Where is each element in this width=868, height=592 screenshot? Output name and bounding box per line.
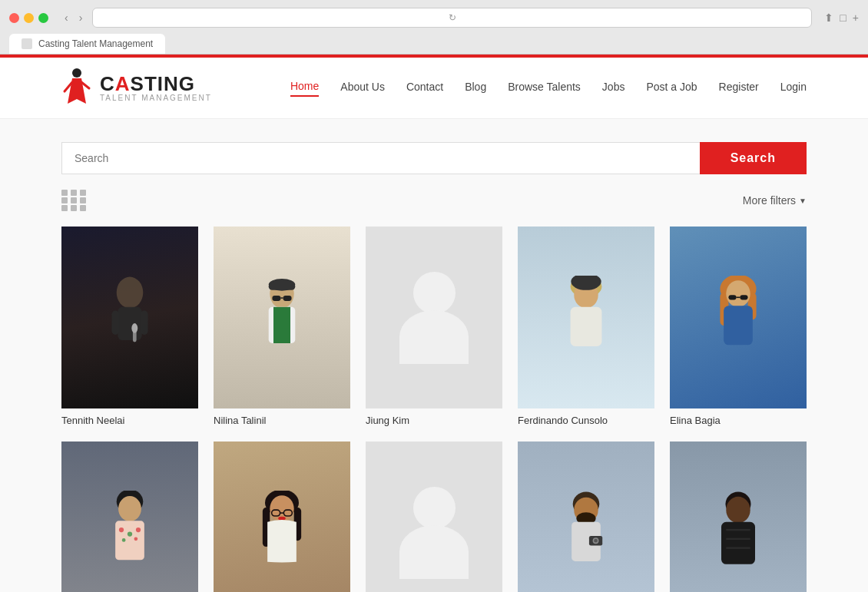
search-input[interactable] bbox=[61, 142, 700, 174]
browser-actions: ⬆ □ + bbox=[824, 12, 859, 24]
talent-silhouette bbox=[555, 276, 617, 360]
svg-point-30 bbox=[119, 528, 124, 532]
minimize-button[interactable] bbox=[24, 13, 34, 23]
address-bar[interactable]: ↻ bbox=[92, 8, 812, 28]
grid-dot bbox=[80, 205, 86, 211]
grid-dot bbox=[80, 190, 86, 196]
forward-button[interactable]: › bbox=[75, 10, 87, 25]
grid-dot bbox=[61, 190, 68, 196]
svg-rect-9 bbox=[269, 283, 296, 289]
grid-view-toggle[interactable] bbox=[61, 190, 88, 211]
svg-point-42 bbox=[278, 517, 285, 521]
talent-photo bbox=[518, 442, 654, 592]
placeholder-silhouette bbox=[399, 487, 469, 579]
svg-rect-3 bbox=[111, 310, 118, 334]
talent-card[interactable]: Tennith Neelai bbox=[61, 227, 198, 426]
nav-browse-talents[interactable]: Browse Talents bbox=[508, 81, 581, 96]
svg-point-34 bbox=[134, 537, 138, 541]
close-button[interactable] bbox=[9, 13, 19, 23]
talent-silhouette bbox=[251, 276, 313, 360]
svg-rect-29 bbox=[115, 521, 144, 560]
silhouette-head bbox=[413, 272, 456, 314]
svg-point-1 bbox=[117, 276, 144, 308]
talent-card[interactable] bbox=[214, 442, 350, 592]
silhouette-body bbox=[399, 525, 469, 579]
talent-card[interactable]: Elina Bagia bbox=[670, 227, 807, 426]
tab-favicon bbox=[22, 38, 32, 49]
back-button[interactable]: ‹ bbox=[61, 10, 72, 25]
talent-photo bbox=[214, 442, 350, 592]
svg-rect-26 bbox=[724, 306, 753, 345]
placeholder-silhouette bbox=[399, 272, 469, 364]
logo-text: CASTING TALENT MANAGEMENT bbox=[100, 74, 212, 102]
talent-card[interactable]: Ferdinando Cunsolo bbox=[518, 227, 654, 426]
more-filters-dropdown[interactable]: More filters ▼ bbox=[743, 194, 807, 207]
maximize-button[interactable] bbox=[38, 13, 48, 23]
svg-rect-52 bbox=[721, 522, 755, 564]
nav-jobs[interactable]: Jobs bbox=[602, 81, 625, 96]
svg-point-51 bbox=[726, 497, 750, 524]
site-header: CASTING TALENT MANAGEMENT Home About Us … bbox=[0, 58, 868, 119]
nav-home[interactable]: Home bbox=[290, 80, 319, 97]
talent-photo bbox=[61, 442, 198, 592]
grid-dot bbox=[71, 190, 77, 196]
tab-label: Casting Talent Management bbox=[38, 38, 153, 49]
logo-title-accent: A bbox=[115, 72, 131, 95]
search-row: Search bbox=[61, 142, 807, 174]
talent-silhouette bbox=[251, 491, 313, 575]
nav-login[interactable]: Login bbox=[780, 81, 807, 96]
svg-point-32 bbox=[136, 528, 141, 532]
talent-card[interactable] bbox=[366, 442, 502, 592]
browser-tab[interactable]: Casting Talent Management bbox=[9, 34, 165, 54]
talent-silhouette bbox=[99, 276, 161, 360]
browser-nav-buttons: ‹ › bbox=[61, 10, 86, 25]
talent-photo bbox=[214, 227, 350, 408]
nav-about[interactable]: About Us bbox=[340, 81, 385, 96]
svg-point-22 bbox=[726, 280, 750, 307]
talent-photo bbox=[670, 227, 807, 408]
nav-blog[interactable]: Blog bbox=[465, 81, 486, 96]
nav-post-job[interactable]: Post a Job bbox=[646, 81, 697, 96]
svg-point-6 bbox=[131, 323, 137, 333]
svg-point-33 bbox=[122, 538, 126, 542]
talent-silhouette bbox=[555, 491, 617, 575]
grid-dot bbox=[71, 197, 77, 203]
talent-name: Jiung Kim bbox=[366, 415, 502, 426]
svg-rect-23 bbox=[728, 295, 736, 299]
talent-card[interactable] bbox=[61, 442, 198, 592]
svg-point-0 bbox=[72, 68, 81, 78]
talent-card[interactable] bbox=[518, 442, 654, 592]
talent-card[interactable] bbox=[670, 442, 807, 592]
talent-card[interactable]: Jiung Kim bbox=[366, 227, 502, 426]
talent-photo bbox=[518, 227, 654, 408]
talent-card[interactable]: Nilina Talinil bbox=[214, 227, 350, 426]
svg-rect-10 bbox=[272, 296, 280, 301]
svg-rect-4 bbox=[141, 310, 147, 334]
svg-rect-12 bbox=[280, 297, 283, 299]
silhouette-head bbox=[413, 487, 456, 529]
nav-contact[interactable]: Contact bbox=[406, 81, 443, 96]
talent-name: Elina Bagia bbox=[670, 415, 807, 426]
address-text: ↻ bbox=[449, 12, 456, 23]
talent-photo bbox=[670, 442, 807, 592]
grid-dot bbox=[61, 205, 68, 211]
silhouette-body bbox=[399, 310, 469, 364]
svg-rect-18 bbox=[571, 307, 602, 346]
svg-point-49 bbox=[594, 539, 598, 543]
talent-photo-placeholder bbox=[366, 442, 502, 592]
share-icon[interactable]: ⬆ bbox=[824, 12, 833, 24]
talent-name: Tennith Neelai bbox=[61, 415, 198, 426]
search-button[interactable]: Search bbox=[700, 142, 807, 174]
logo-icon bbox=[61, 67, 92, 109]
nav-register[interactable]: Register bbox=[719, 81, 759, 96]
talent-silhouette bbox=[707, 276, 769, 360]
new-tab-icon[interactable]: + bbox=[853, 12, 859, 24]
tabs-icon[interactable]: □ bbox=[840, 12, 846, 24]
talent-name: Ferdinando Cunsolo bbox=[518, 415, 654, 426]
svg-rect-14 bbox=[273, 307, 290, 343]
traffic-lights bbox=[9, 13, 48, 23]
filter-row: More filters ▼ bbox=[61, 190, 807, 211]
svg-point-28 bbox=[118, 496, 141, 521]
svg-point-31 bbox=[128, 531, 132, 536]
more-filters-label: More filters bbox=[743, 194, 796, 207]
